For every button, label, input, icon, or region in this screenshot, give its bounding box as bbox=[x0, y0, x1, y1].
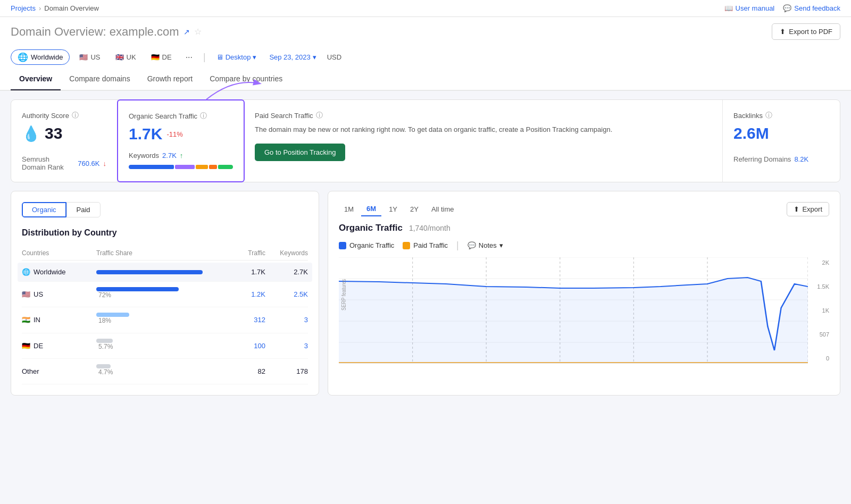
bar-yellow bbox=[196, 165, 208, 169]
authority-info-icon[interactable]: ⓘ bbox=[72, 111, 79, 120]
country-other: Other bbox=[22, 367, 96, 375]
bottom-row: Organic Paid Distribution by Country Cou… bbox=[11, 191, 840, 396]
dist-row-other: Other 4.7% 82 178 bbox=[22, 359, 308, 384]
time-alltime-button[interactable]: All time bbox=[426, 202, 460, 216]
bar-de: 5.7% bbox=[96, 339, 223, 353]
svg-marker-12 bbox=[339, 278, 808, 364]
dist-row-us: 🇺🇸 US 72% 1.2K 2.5K bbox=[22, 282, 308, 307]
domain-title-row: Domain Overview: example.com ↗ ☆ ⬆ Expor… bbox=[11, 23, 840, 40]
de-filter[interactable]: 🇩🇪 DE bbox=[146, 51, 177, 63]
country-in: 🇮🇳 IN bbox=[22, 316, 96, 324]
chart-export-button[interactable]: ⬆ Export bbox=[787, 202, 829, 216]
time-1y-button[interactable]: 1Y bbox=[383, 202, 403, 216]
domain-name: example.com bbox=[110, 25, 179, 38]
de-flag-icon: 🇩🇪 bbox=[151, 53, 160, 61]
y-axis-labels: 2K 1.5K 1K 507 0 bbox=[810, 257, 829, 364]
time-6m-button[interactable]: 6M bbox=[361, 202, 381, 216]
top-bar: Projects › Domain Overview 📖 User manual… bbox=[0, 0, 851, 17]
rank-down-icon: ↓ bbox=[103, 159, 107, 167]
keywords-us[interactable]: 2.5K bbox=[265, 290, 308, 298]
bar-us: 72% bbox=[96, 287, 223, 301]
de-flag-small: 🇩🇪 bbox=[22, 342, 30, 350]
tab-growth-report[interactable]: Growth report bbox=[139, 68, 202, 90]
worldwide-filter[interactable]: 🌐 Worldwide bbox=[11, 49, 70, 65]
arrow-annotation bbox=[201, 73, 265, 105]
chart-area: SERP features Apr 1 May 1 Jun 1 Jul 1 Au… bbox=[339, 257, 829, 365]
organic-info-icon[interactable]: ⓘ bbox=[200, 111, 207, 121]
book-icon: 📖 bbox=[724, 4, 733, 12]
time-1m-button[interactable]: 1M bbox=[339, 202, 359, 216]
paid-label: Paid Search Traffic ⓘ bbox=[255, 111, 712, 120]
filter-row: 🌐 Worldwide 🇺🇸 US 🇬🇧 UK 🇩🇪 DE ··· | 🖥 De… bbox=[11, 46, 840, 68]
organic-label: Organic Search Traffic ⓘ bbox=[129, 111, 233, 121]
chart-title-row: Organic Traffic 1,740/month bbox=[339, 223, 829, 233]
traffic-de[interactable]: 100 bbox=[223, 342, 265, 350]
uk-filter[interactable]: 🇬🇧 UK bbox=[110, 51, 141, 63]
tabs-row: Overview Compare domains Growth report C… bbox=[0, 68, 851, 90]
distribution-panel: Organic Paid Distribution by Country Cou… bbox=[11, 191, 319, 396]
traffic-us[interactable]: 1.2K bbox=[223, 290, 265, 298]
time-2y-button[interactable]: 2Y bbox=[405, 202, 424, 216]
tab-overview[interactable]: Overview bbox=[11, 68, 61, 90]
dist-row-de: 🇩🇪 DE 5.7% 100 3 bbox=[22, 333, 308, 359]
send-feedback-link[interactable]: 💬 Send feedback bbox=[783, 4, 840, 12]
breadcrumb-current: Domain Overview bbox=[44, 4, 99, 12]
device-filter[interactable]: 🖥 Desktop ▾ bbox=[212, 51, 261, 63]
notes-button[interactable]: 💬 Notes ▾ bbox=[468, 241, 503, 249]
traffic-chart: SERP features Apr 1 May 1 Jun 1 Jul 1 Au… bbox=[339, 257, 808, 364]
keywords-in[interactable]: 3 bbox=[265, 316, 308, 324]
bar-worldwide bbox=[96, 270, 223, 274]
go-to-position-tracking-button[interactable]: Go to Position Tracking bbox=[255, 144, 345, 161]
breadcrumb-projects[interactable]: Projects bbox=[11, 4, 36, 12]
teardrop-icon: 💧 bbox=[22, 125, 40, 142]
external-link-icon[interactable]: ↗ bbox=[183, 28, 190, 36]
organic-toggle-button[interactable]: Organic bbox=[22, 202, 66, 217]
chart-time-row: 1M 6M 1Y 2Y All time ⬆ Export bbox=[339, 202, 829, 216]
keywords-other: 178 bbox=[265, 367, 308, 375]
paid-info-icon[interactable]: ⓘ bbox=[316, 111, 323, 120]
chevron-down-icon: ▾ bbox=[253, 53, 256, 61]
organic-value: 1.7K -11% bbox=[129, 125, 233, 143]
us-filter[interactable]: 🇺🇸 US bbox=[74, 51, 105, 63]
chart-title: Organic Traffic bbox=[339, 223, 403, 233]
referring-domains: Referring Domains 8.2K bbox=[733, 155, 829, 163]
keywords-worldwide: 2.7K bbox=[265, 268, 308, 276]
star-icon[interactable]: ☆ bbox=[194, 27, 202, 37]
filter-separator: | bbox=[203, 52, 206, 63]
breadcrumb: Projects › Domain Overview bbox=[11, 4, 99, 12]
backlinks-info-icon[interactable]: ⓘ bbox=[765, 111, 772, 120]
chart-legend: Organic Traffic Paid Traffic | 💬 Notes ▾ bbox=[339, 240, 829, 251]
date-filter[interactable]: Sep 23, 2023 ▾ bbox=[265, 51, 320, 63]
traffic-in[interactable]: 312 bbox=[223, 316, 265, 324]
export-pdf-button[interactable]: ⬆ Export to PDF bbox=[772, 23, 840, 40]
backlinks-label: Backlinks ⓘ bbox=[733, 111, 829, 120]
bar-purple bbox=[175, 165, 195, 169]
paid-toggle-button[interactable]: Paid bbox=[66, 202, 101, 217]
dist-row-worldwide: 🌐 Worldwide 1.7K 2.7K bbox=[18, 263, 312, 282]
header-area: Domain Overview: example.com ↗ ☆ ⬆ Expor… bbox=[0, 17, 851, 91]
globe-small-icon: 🌐 bbox=[22, 268, 30, 276]
organic-paid-toggle: Organic Paid bbox=[22, 202, 308, 217]
chart-subtitle: 1,740/month bbox=[409, 224, 450, 232]
country-us: 🇺🇸 US bbox=[22, 290, 96, 298]
country-de: 🇩🇪 DE bbox=[22, 342, 96, 350]
organic-progress-bar bbox=[129, 165, 233, 169]
chevron-notes-icon: ▾ bbox=[499, 241, 503, 249]
bar-green bbox=[218, 165, 233, 169]
tab-compare-domains[interactable]: Compare domains bbox=[61, 68, 138, 90]
chat-bubble-icon: 💬 bbox=[468, 241, 476, 249]
keywords-de[interactable]: 3 bbox=[265, 342, 308, 350]
paid-search-desc: The domain may be new or not ranking rig… bbox=[255, 124, 712, 135]
bar-other: 4.7% bbox=[96, 364, 223, 379]
traffic-other: 82 bbox=[223, 367, 265, 375]
breadcrumb-sep: › bbox=[39, 4, 41, 12]
us-flag-icon: 🇺🇸 bbox=[79, 53, 88, 61]
traffic-worldwide: 1.7K bbox=[223, 268, 265, 276]
user-manual-link[interactable]: 📖 User manual bbox=[724, 4, 775, 12]
bar-orange bbox=[209, 165, 217, 169]
more-filters[interactable]: ··· bbox=[181, 51, 197, 64]
authority-score-card: Authority Score ⓘ 💧 33 Semrush Domain Ra… bbox=[11, 100, 118, 182]
authority-label: Authority Score ⓘ bbox=[22, 111, 106, 120]
desktop-icon: 🖥 bbox=[216, 53, 223, 61]
export-icon: ⬆ bbox=[794, 205, 799, 213]
